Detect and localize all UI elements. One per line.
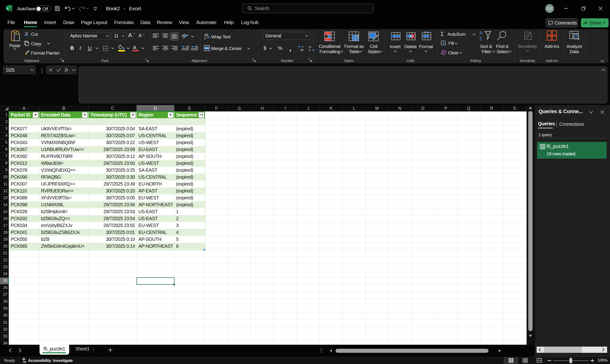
svg-text:X: X — [7, 7, 9, 10]
svg-text:A: A — [480, 30, 482, 35]
svg-text:Z: Z — [480, 36, 482, 41]
